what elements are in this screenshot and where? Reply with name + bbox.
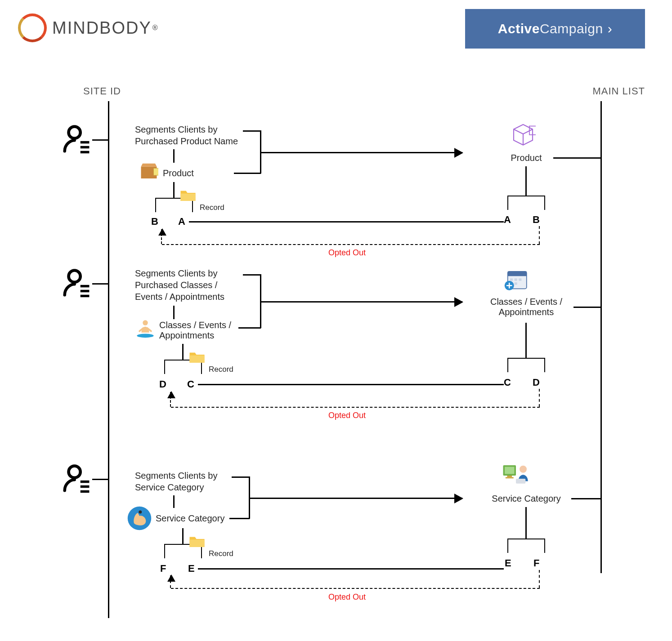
- connector: [229, 518, 250, 519]
- connector: [573, 307, 600, 308]
- connector: [92, 479, 108, 480]
- person-icon: [61, 267, 92, 301]
- left-spine: [108, 101, 109, 618]
- left-column-label: SITE ID: [83, 85, 121, 97]
- svg-rect-34: [507, 476, 512, 477]
- connector: [182, 528, 184, 544]
- arrow-right: [260, 301, 462, 303]
- left-tag-b: E: [188, 563, 195, 574]
- svg-point-16: [143, 320, 148, 325]
- svg-rect-18: [508, 272, 527, 276]
- connector: [238, 327, 261, 329]
- bracket: [507, 358, 545, 372]
- calendar-plus-icon: [504, 267, 529, 294]
- svg-rect-10: [181, 194, 196, 201]
- svg-rect-33: [505, 467, 514, 474]
- connector: [243, 274, 261, 276]
- folder-icon: [189, 535, 205, 550]
- registered-mark: ®: [152, 24, 159, 32]
- connector: [198, 384, 504, 385]
- left-tag-a: B: [151, 216, 158, 227]
- record-label: Record: [209, 549, 233, 558]
- muscle-arm-icon: [127, 506, 152, 533]
- dashed-connector: [539, 226, 540, 244]
- connector: [173, 149, 175, 163]
- svg-rect-37: [516, 479, 525, 484]
- arrow-up: [161, 229, 162, 244]
- left-node-label: Classes / Events / Appointments: [159, 320, 231, 341]
- connector: [525, 507, 527, 539]
- svg-rect-25: [190, 356, 205, 363]
- right-tag-b: F: [533, 557, 539, 569]
- dashed-connector: [171, 588, 540, 589]
- svg-point-15: [137, 334, 153, 338]
- left-tag-b: A: [178, 216, 185, 227]
- right-spine: [600, 101, 602, 573]
- dashed-connector: [171, 407, 540, 408]
- right-column-label: MAIN LIST: [592, 85, 645, 97]
- left-tag-a: F: [160, 563, 166, 574]
- connector: [173, 306, 175, 319]
- connector: [553, 157, 600, 159]
- box-outline-icon: [511, 121, 536, 148]
- segment-label: Segments Clients by Purchased Classes / …: [135, 267, 224, 303]
- left-node-label: Product: [163, 168, 194, 178]
- svg-point-31: [139, 511, 142, 514]
- svg-point-26: [69, 466, 81, 478]
- connector: [189, 221, 504, 223]
- mindbody-wordmark: MINDBODY: [52, 18, 152, 38]
- left-tag-b: C: [187, 378, 194, 390]
- connector: [525, 166, 527, 196]
- connector: [571, 498, 600, 499]
- person-icon: [61, 124, 92, 157]
- connector: [92, 139, 108, 141]
- ac-thin: Campaign: [540, 21, 603, 36]
- right-node-label: Classes / Events / Appointments: [479, 297, 573, 317]
- svg-point-36: [520, 466, 527, 473]
- right-tag-a: C: [504, 377, 511, 388]
- ac-bold: Active: [498, 21, 540, 36]
- arrow-up: [170, 392, 171, 407]
- segment-label: Segments Clients by Purchased Product Na…: [135, 124, 238, 147]
- bracket: [507, 539, 545, 553]
- record-label: Record: [200, 203, 224, 212]
- right-tag-b: D: [533, 377, 540, 388]
- connector: [173, 495, 175, 508]
- right-node-label: Product: [499, 153, 553, 163]
- arrow-up: [170, 575, 171, 588]
- left-node-label: Service Category: [156, 513, 224, 524]
- connector: [232, 476, 250, 478]
- arrow-right: [260, 152, 462, 153]
- connector: [173, 182, 175, 198]
- dashed-connector: [539, 570, 540, 588]
- opted-out-label: Opted Out: [328, 411, 366, 420]
- svg-rect-6: [154, 168, 159, 175]
- svg-point-11: [69, 271, 81, 282]
- svg-rect-38: [190, 540, 205, 548]
- right-tag-b: B: [533, 214, 540, 226]
- record-label: Record: [209, 365, 233, 374]
- yoga-icon: [135, 318, 156, 341]
- dashed-connector: [162, 244, 540, 245]
- dashed-connector: [539, 389, 540, 407]
- svg-marker-5: [141, 164, 157, 167]
- opted-out-label: Opted Out: [328, 248, 366, 258]
- connector: [243, 130, 261, 132]
- bracket: [507, 196, 545, 210]
- computer-user-icon: [502, 463, 530, 490]
- right-tag-a: E: [505, 557, 511, 569]
- svg-rect-20: [515, 279, 517, 281]
- svg-rect-19: [510, 279, 513, 281]
- chevron-right-icon: ›: [608, 21, 613, 36]
- svg-rect-35: [506, 477, 514, 479]
- folder-icon: [180, 189, 196, 204]
- svg-point-0: [69, 127, 81, 138]
- right-node-label: Service Category: [481, 494, 571, 504]
- opted-out-label: Opted Out: [328, 592, 366, 602]
- box-icon: [139, 163, 158, 183]
- svg-rect-21: [519, 279, 521, 281]
- left-tag-a: D: [159, 378, 166, 390]
- mindbody-logo: MINDBODY ®: [18, 13, 159, 42]
- person-icon: [61, 463, 92, 496]
- connector: [182, 344, 184, 360]
